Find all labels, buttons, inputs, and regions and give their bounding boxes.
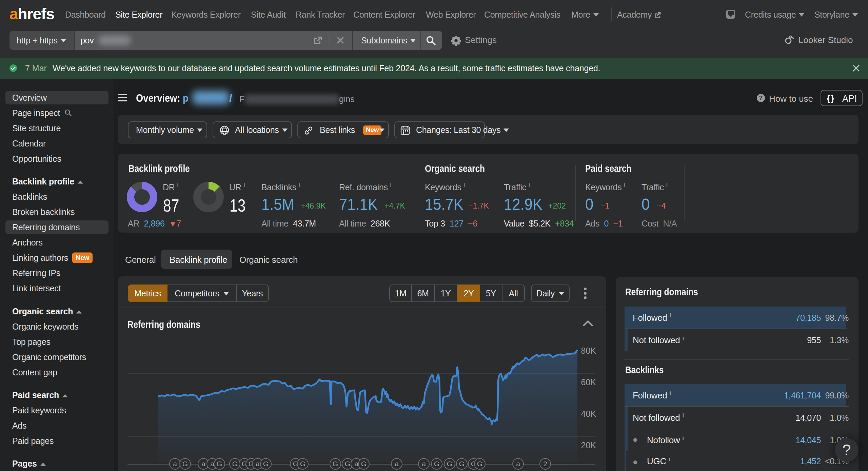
svg-text:?: ? bbox=[759, 95, 763, 101]
